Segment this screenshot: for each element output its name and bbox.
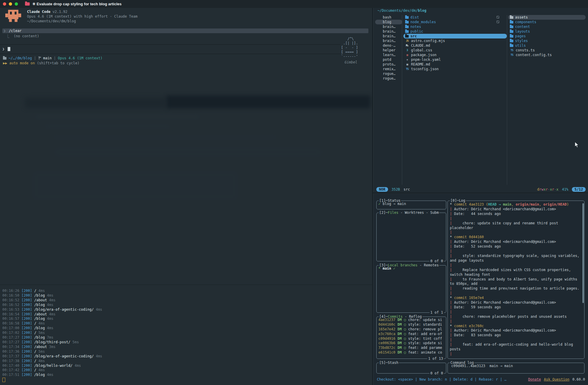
background-window-ghost — [53, 146, 323, 158]
ts-file-icon: TS — [510, 49, 514, 52]
folder-icon — [3, 57, 6, 60]
server-log-line: 00:16:52 [200] /blog 4ms — [2, 303, 102, 307]
lazygit-branches-panel[interactable]: [3]─Local branches - Remotes * main ✓ 1 … — [376, 265, 446, 313]
server-log-line: 00:17:38 [200] / 4ms — [2, 359, 102, 364]
pane-divider-horizontal[interactable] — [373, 193, 588, 193]
dev-server-log-pane: 00:16:26 [200] / 4ms00:16:50 [200] /blog… — [0, 286, 372, 385]
auto-mode-label: auto mode on — [9, 61, 35, 65]
parent-dir-row[interactable]: proto… — [375, 62, 402, 67]
lazygit-commits-panel[interactable]: [4]─Commits - Reflog 4ae31237 DM ○ chore… — [376, 317, 446, 359]
commit-row[interactable]: 73bd872c DM ○ feat: add parame — [378, 346, 444, 350]
app-name: Claude Code — [27, 10, 50, 14]
preview-file-row[interactable]: TScontent.config.ts — [508, 53, 586, 57]
commit-row[interactable]: c09d4916 DM ○ style: tint coff — [378, 337, 444, 341]
current-file-row[interactable]: ✱pnpm-lock.yaml — [403, 57, 507, 62]
claude-code-pane: Claude Code v2.1.92 Opus 4.6 (1M context… — [0, 8, 372, 286]
parent-dir-row[interactable]: remix… — [375, 67, 402, 71]
lazygit-stash-panel[interactable]: [5]─Stash 0 of 0 — [376, 363, 446, 374]
close-button[interactable] — [3, 2, 6, 6]
current-file-row[interactable]: notes — [403, 24, 507, 29]
current-file-row[interactable]: dist — [403, 15, 507, 20]
working-directory: ~/Documents/dev/dm/blog — [27, 19, 138, 23]
file-size: 352B — [392, 187, 400, 192]
files-counter: 0 of 0 — [430, 259, 444, 263]
lazygit-version: 0.60.0 — [572, 377, 585, 382]
parent-dir-row[interactable]: bash — [375, 15, 402, 20]
parent-dir-row[interactable]: blog — [375, 20, 402, 24]
parent-dir-row[interactable]: brain… — [375, 29, 402, 34]
current-file-row[interactable]: ▤README.md — [403, 62, 507, 67]
panel-title-files[interactable]: [2]─Files - Worktrees - Subm — [379, 211, 439, 215]
lazygit-status-panel[interactable]: [1]─Status ✓ blog → main — [376, 201, 446, 209]
mascot-ascii-art: /^\ .[| |]. [ - - ] [ ==== ] `------' — [341, 37, 358, 59]
current-file-row[interactable]: 3global.css — [403, 48, 507, 53]
zoom-button[interactable] — [15, 2, 18, 6]
current-file-row[interactable]: JSastro.config.mjs — [403, 38, 507, 43]
npm-file-icon: ▥ — [405, 53, 409, 56]
preview-file-row[interactable]: components — [508, 20, 586, 24]
parent-dir-row[interactable]: helper — [375, 48, 402, 53]
parent-dir-row[interactable]: deno-… — [375, 43, 402, 48]
preview-file-row[interactable]: content — [508, 24, 586, 29]
folder-icon — [510, 40, 513, 42]
lazygit-log-panel[interactable]: [0]─Log * commit 4ae3123 (HEAD → main, o… — [447, 201, 584, 359]
preview-file-row[interactable]: styles — [508, 38, 586, 43]
parent-dir-row[interactable]: learn… — [375, 53, 402, 57]
folder-icon — [405, 35, 409, 38]
preview-file-row[interactable]: utils — [508, 43, 586, 48]
preview-file-row[interactable]: pages — [508, 34, 586, 38]
parent-dir-row[interactable]: brain… — [375, 34, 402, 38]
current-file-row[interactable]: node_modules — [403, 20, 507, 24]
current-file-row[interactable]: M↓CLAUDE.md — [403, 43, 507, 48]
branch-row[interactable]: * main ✓ — [378, 266, 444, 271]
commit-row[interactable]: e3c760ca DM ○ feat: add era-of — [378, 332, 444, 337]
parent-dir-row[interactable]: rogue… — [375, 71, 402, 76]
background-window-ghost — [44, 124, 171, 129]
folder-icon — [405, 21, 409, 23]
repo-status: ✓ blog → main — [378, 202, 444, 206]
folder-icon — [510, 30, 513, 33]
server-log-line: 00:16:26 [200] / 4ms — [2, 289, 102, 293]
server-log-lines: 00:16:26 [200] / 4ms00:16:50 [200] /blog… — [2, 289, 102, 382]
donate-link[interactable]: Donate — [528, 377, 541, 382]
lazygit-files-panel[interactable]: [2]─Files - Worktrees - Subm 0 of 0 — [376, 213, 446, 261]
text-cursor — [8, 47, 10, 51]
preview-file-row[interactable]: assets — [508, 15, 586, 20]
folder-icon — [510, 16, 513, 19]
current-file-row[interactable]: ▥package.json — [403, 53, 507, 57]
parent-dir-row[interactable]: brain… — [375, 24, 402, 29]
status-model: Opus 4.6 (1M context) — [58, 56, 103, 60]
column-separator — [507, 15, 507, 185]
auto-mode-hint: (shift+tab to cycle) — [37, 61, 80, 65]
current-file-row[interactable]: TStsconfig.json — [403, 67, 507, 71]
ask-question-link[interactable]: Ask Question — [544, 377, 569, 382]
minimize-button[interactable] — [9, 2, 12, 6]
pane-divider-vertical[interactable] — [372, 8, 373, 385]
ts-file-icon: TS — [510, 53, 514, 56]
commit-row[interactable]: ce0063b6 DM ○ style: update si — [378, 341, 444, 346]
server-log-line: 00:16:57 [200] /blog 4ms — [2, 317, 102, 321]
folder-icon — [405, 30, 409, 33]
server-log-line: 00:16:58 [200] / 4ms — [2, 321, 102, 326]
preview-file-row[interactable]: TSconsts.ts — [508, 48, 586, 53]
commit-row[interactable]: 4ae31237 DM ○ chore: update si — [378, 318, 444, 322]
parent-dir-row[interactable]: rogue… — [375, 76, 402, 81]
current-file-row[interactable]: public — [403, 29, 507, 34]
preview-file-row[interactable]: layouts — [508, 29, 586, 34]
scrollbar[interactable] — [582, 203, 584, 303]
commit-row[interactable]: e61541c0 DM ○ feat: animate co — [378, 350, 444, 355]
prompt-input[interactable]: ❯ — [2, 47, 4, 51]
terminal-window: ✳ Evaluate drop cap styling for tech blo… — [0, 0, 588, 385]
model-subtitle: Opus 4.6 (1M context) with high effort ·… — [27, 14, 138, 19]
folder-icon — [510, 44, 513, 47]
parent-dir-row[interactable]: potd — [375, 57, 402, 62]
commit-row[interactable]: 0d44160c DM ○ style: standardi — [378, 322, 444, 327]
parent-dir-row[interactable]: brain… — [375, 38, 402, 43]
branches-counter: 1 of 1 — [430, 310, 444, 315]
pane-divider-horizontal[interactable] — [0, 285, 372, 285]
commit-row[interactable]: 165e7e42 DM ○ chore: remove pl — [378, 327, 444, 332]
claude-modeline: ▶▶ auto mode on (shift+tab to cycle) — [3, 61, 79, 65]
current-file-row[interactable]: src — [403, 34, 507, 38]
terminal-cursor — [2, 378, 5, 382]
server-log-line: 00:17:42 [200] / 4ms — [2, 368, 102, 373]
